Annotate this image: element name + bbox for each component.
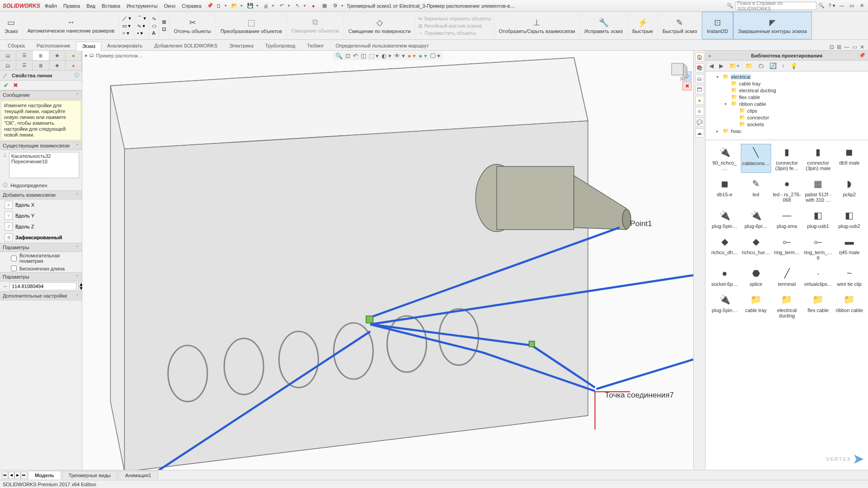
ribbon-quick-button[interactable]: ⚡Быстрые <box>628 12 658 39</box>
text-tool-icon[interactable]: A <box>152 30 156 36</box>
cancel-sketch-icon[interactable]: ✖ <box>682 81 692 90</box>
close-icon[interactable]: ✕ <box>858 3 865 9</box>
library-thumb[interactable]: ●led - rs_276-068 <box>772 175 802 204</box>
relation-along-z[interactable]: ZВдоль Z <box>2 222 80 232</box>
last-tab-icon[interactable]: ⏭ <box>21 472 27 479</box>
menu-insert[interactable]: Вставка <box>102 3 120 9</box>
slot-tool-icon[interactable]: ⬭ <box>152 23 156 29</box>
chevron-icon[interactable]: ▾ <box>716 75 721 79</box>
select-icon[interactable]: ↖ <box>294 2 301 9</box>
menu-help[interactable]: Справка <box>182 3 201 9</box>
poly-tool-icon[interactable]: ∿ <box>152 16 156 22</box>
tree-node[interactable]: 📁sockets <box>708 121 865 128</box>
library-thumb[interactable]: ▦pabst 512f - with 310 … <box>803 175 834 204</box>
tree-node[interactable]: ▾📁electrical <box>708 73 865 80</box>
chevron-icon[interactable]: ▾ <box>725 102 729 106</box>
tab-piping[interactable]: Трубопровод <box>259 41 301 50</box>
chevron-down-icon[interactable]: ▼ <box>272 4 275 7</box>
design-library-thumbs[interactable]: 🔌90_richco_…╲cablecons…▮connector (3pin)… <box>706 140 868 470</box>
tab-user-route[interactable]: Определенный пользователем маршрут <box>329 41 434 50</box>
search-go-icon[interactable]: 🔍 <box>818 3 825 9</box>
tab-icon-a[interactable]: 🗂 <box>0 61 16 70</box>
library-thumb[interactable]: 🔌plug-5pin… <box>709 207 740 231</box>
tab-icon-e[interactable]: ● <box>66 61 82 70</box>
section-additional[interactable]: Дополнительные настройки⌃ <box>0 291 82 300</box>
help-dropdown-icon[interactable]: ? ▾ <box>828 3 835 9</box>
arc-tool-icon[interactable]: ⌒ ▾ <box>137 15 146 22</box>
misc-icon[interactable]: ⊞ <box>162 19 166 25</box>
tab-layout[interactable]: Расположение <box>31 41 76 50</box>
tab-addins[interactable]: Добавления SOLIDWORKS <box>148 41 224 50</box>
view-palette-icon[interactable]: 🗔 <box>695 85 704 94</box>
library-thumb[interactable]: ▮connector (3pin) fe… <box>772 144 802 173</box>
prev-view-icon[interactable]: ↶ <box>353 52 358 59</box>
settings-icon[interactable]: ⚙ <box>332 2 339 9</box>
tree-node[interactable]: ▾📁ribbon cable <box>708 100 865 107</box>
design-library-tree[interactable]: ▾📁electrical📁cable tray📁electrical ducti… <box>706 71 868 140</box>
rebuild-icon[interactable]: ● <box>310 2 317 9</box>
new-folder-icon[interactable]: 📁 <box>745 62 753 69</box>
rect-tool-icon[interactable]: ▭ ▾ <box>122 23 131 29</box>
library-thumb[interactable]: ~wire tie clip <box>835 265 864 289</box>
back-icon[interactable]: ◀ <box>709 62 714 69</box>
misc-icon-2[interactable]: ⊡ <box>162 26 166 32</box>
up-icon[interactable]: ↑ <box>782 62 785 69</box>
menu-view[interactable]: Вид <box>86 3 95 9</box>
breadcrumb[interactable]: ▸ 🗂 Пример располож… <box>85 52 143 58</box>
feature-tree-tab-icon[interactable]: 🗂 <box>0 51 16 60</box>
file-explorer-icon[interactable]: 🗂 <box>695 74 704 83</box>
library-thumb[interactable]: ⬣splice <box>741 265 771 289</box>
doc-minimize-icon[interactable]: — <box>844 44 849 50</box>
library-thumb[interactable]: 📁electrical ducting <box>772 291 802 320</box>
library-thumb[interactable]: ✎led <box>741 175 771 204</box>
menu-edit[interactable]: Правка <box>63 3 80 9</box>
ribbon-relations-button[interactable]: ⊥Отобразить/Скрыть взаимосвязи <box>494 12 580 39</box>
existing-relations-list[interactable]: Касательность32 Пересечение10 <box>9 152 79 178</box>
view-triad-icon[interactable]: XY <box>670 62 690 81</box>
point-tool-icon[interactable]: • ▾ <box>137 30 146 36</box>
chevron-down-icon[interactable]: ▼ <box>240 4 243 7</box>
library-thumb[interactable]: 🔌plug-5pin… <box>709 291 740 320</box>
tree-node[interactable]: 📁clips <box>708 107 865 114</box>
chevron-down-icon[interactable]: ▼ <box>224 4 227 7</box>
ribbon-offset-surface-button[interactable]: ◇Смещение по поверхности <box>344 12 415 39</box>
ribbon-smart-dimension-button[interactable]: ↔Автоматическое нанесение размеров <box>23 12 119 39</box>
next-tab-icon[interactable]: ▶ <box>14 472 21 479</box>
section-message[interactable]: Сообщение⌃ <box>0 90 82 99</box>
library-thumb[interactable]: ╱terminal <box>772 265 802 289</box>
pin-icon[interactable]: 📌 <box>207 3 213 9</box>
property-mgr-tab-icon[interactable]: 🗎 <box>33 51 49 60</box>
doc-maximize-icon[interactable]: ▭ <box>852 44 857 50</box>
maximize-icon[interactable]: ▭ <box>848 3 855 9</box>
tab-assembly[interactable]: Сборка <box>2 41 31 50</box>
tab-icon-c[interactable]: 🗎 <box>33 61 49 70</box>
design-library-icon[interactable]: 📚 <box>695 63 704 72</box>
relation-fixed[interactable]: ⎙Зафиксированный <box>2 232 80 242</box>
library-thumb[interactable]: ◗pclip2 <box>835 175 864 204</box>
help-search-input[interactable]: Поиск в Справке по SOLIDWORKS <box>735 2 816 10</box>
3d-viewport[interactable]: ▸ 🗂 Пример располож… 🔍 ⊡ ↶ ◫ ⬚ ▾ ◐ ▾ 👁 ▾… <box>82 51 693 470</box>
relation-along-y[interactable]: YВдоль Y <box>2 211 80 221</box>
tree-node[interactable]: ▸📁hvac <box>708 128 865 134</box>
ribbon-rapid-sketch-button[interactable]: ✎Быстрый эскиз <box>658 12 702 39</box>
library-thumb[interactable]: ▮connector (3pin) male <box>803 144 834 173</box>
section-parameters[interactable]: Параметры⌃ <box>0 272 82 281</box>
prev-tab-icon[interactable]: ◀ <box>8 472 14 479</box>
doc-close-icon[interactable]: ✕ <box>860 44 864 50</box>
apply-scene-icon[interactable]: ● ▾ <box>419 52 427 59</box>
library-thumb[interactable]: ·virtualclips… <box>803 265 834 289</box>
custom-props-icon[interactable]: ≡ <box>695 107 704 116</box>
zoom-area-icon[interactable]: ⊡ <box>345 52 350 59</box>
chevron-down-icon[interactable]: ▼ <box>256 4 259 7</box>
config-tab-icon[interactable]: ☰ <box>16 51 33 60</box>
library-thumb[interactable]: 🔌plug-6pi… <box>741 207 771 231</box>
undo-icon[interactable]: ↶ <box>278 2 286 9</box>
aux-geometry-checkbox[interactable]: Вспомогательная геометрия <box>0 252 82 265</box>
library-thumb[interactable]: ⟜ring_term… <box>772 233 802 262</box>
tab-tubing[interactable]: Тюбинг <box>301 41 329 50</box>
expand-left-icon[interactable]: « <box>708 53 711 58</box>
config-icon[interactable]: 💡 <box>790 62 797 69</box>
ribbon-convert-entities-button[interactable]: ⬚Преобразование объектов <box>216 12 287 39</box>
forum-icon[interactable]: 💬 <box>695 118 704 127</box>
expand-icon[interactable]: ⊡ <box>830 44 834 50</box>
